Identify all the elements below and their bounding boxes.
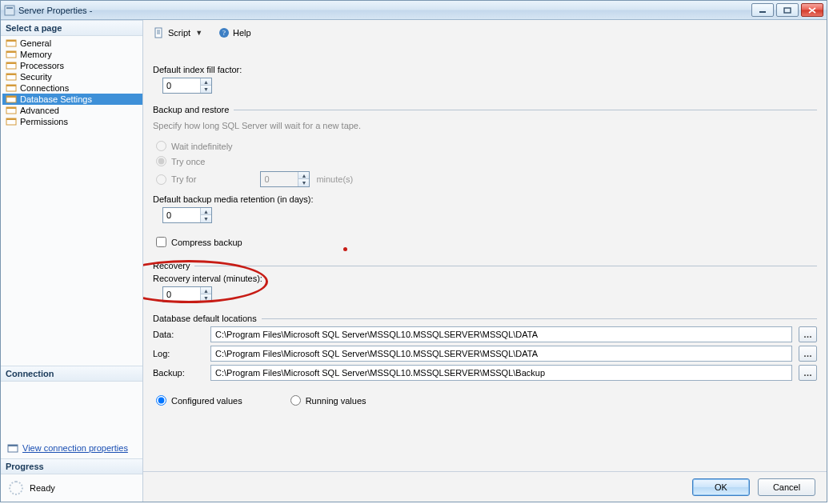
fill-factor-spinner[interactable]: ▲▼ xyxy=(162,78,212,94)
data-browse-button[interactable]: … xyxy=(799,326,817,342)
spinner-down-icon[interactable]: ▼ xyxy=(201,215,211,222)
svg-rect-11 xyxy=(6,74,16,75)
log-path-row: Log: … xyxy=(153,346,817,362)
server-properties-window: Server Properties - Select a page Genera… xyxy=(0,0,827,502)
configured-values-row[interactable]: Configured values xyxy=(156,395,242,406)
svg-rect-21 xyxy=(8,445,18,446)
script-icon xyxy=(154,27,165,38)
page-item-advanced[interactable]: Advanced xyxy=(2,105,142,116)
page-icon xyxy=(6,83,17,93)
properties-icon xyxy=(7,442,18,454)
retention-input[interactable] xyxy=(163,208,200,222)
svg-rect-0 xyxy=(5,6,14,15)
toolbar: Script ▼ ? Help xyxy=(143,20,827,46)
running-values-radio[interactable] xyxy=(290,395,301,406)
spinner-down-icon[interactable]: ▼ xyxy=(201,294,211,302)
page-label: Permissions xyxy=(20,117,68,126)
spinner-down-icon: ▼ xyxy=(298,179,309,186)
content-area: Default index fill factor: ▲▼ Backup and… xyxy=(143,46,827,471)
page-item-permissions[interactable]: Permissions xyxy=(2,116,142,127)
script-button[interactable]: Script ▼ xyxy=(148,25,210,41)
svg-rect-13 xyxy=(6,85,16,86)
configured-values-radio[interactable] xyxy=(156,395,166,406)
log-browse-button[interactable]: … xyxy=(799,346,817,362)
compress-backup-row[interactable]: Compress backup xyxy=(153,234,817,250)
spinner-up-icon[interactable]: ▲ xyxy=(201,287,211,294)
progress-row: Ready xyxy=(1,474,142,502)
script-label: Script xyxy=(168,28,190,38)
try-once-radio xyxy=(156,156,166,166)
page-item-connections[interactable]: Connections xyxy=(2,82,142,94)
retention-spinner[interactable]: ▲▼ xyxy=(162,207,212,223)
minimize-button[interactable] xyxy=(751,3,774,17)
svg-rect-19 xyxy=(6,118,16,120)
recovery-interval-spinner[interactable]: ▲▼ xyxy=(162,286,212,302)
data-path-input[interactable] xyxy=(210,326,792,342)
recovery-head: Recovery xyxy=(153,261,817,270)
try-once-label: Try once xyxy=(171,157,205,166)
svg-text:?: ? xyxy=(222,29,226,37)
wait-indefinitely-row: Wait indefinitely xyxy=(153,138,817,154)
svg-rect-7 xyxy=(6,51,16,53)
cancel-button[interactable]: Cancel xyxy=(758,478,815,496)
data-path-row: Data: … xyxy=(153,326,817,342)
configured-values-label: Configured values xyxy=(171,396,242,406)
spinner-down-icon[interactable]: ▼ xyxy=(201,86,211,93)
page-icon xyxy=(6,117,17,126)
window-title: Server Properties - xyxy=(18,6,751,15)
recovery-interval-input[interactable] xyxy=(163,287,200,302)
log-label: Log: xyxy=(153,349,204,358)
retention-label: Default backup media retention (in days)… xyxy=(153,194,817,204)
try-for-label: Try for xyxy=(171,174,196,184)
view-connection-properties-row: View connection properties xyxy=(1,438,142,458)
recovery-interval-label: Recovery interval (minutes): xyxy=(153,274,817,283)
wait-indefinitely-radio xyxy=(156,141,166,151)
page-label: Security xyxy=(20,72,52,82)
minutes-unit: minute(s) xyxy=(316,174,353,184)
backup-restore-head: Backup and restore xyxy=(153,105,817,114)
ok-button[interactable]: OK xyxy=(692,478,750,496)
svg-rect-15 xyxy=(6,96,16,98)
spinner-up-icon[interactable]: ▲ xyxy=(201,208,211,215)
progress-spinner-icon xyxy=(9,481,23,495)
try-for-radio xyxy=(156,174,166,185)
page-label: Database Settings xyxy=(20,94,92,104)
backup-path-input[interactable] xyxy=(210,365,792,381)
page-label: Connections xyxy=(20,83,69,93)
connection-head: Connection xyxy=(1,366,142,382)
left-panel: Select a page General Memory Processors … xyxy=(1,20,143,502)
spinner-up-icon: ▲ xyxy=(298,172,309,179)
help-label: Help xyxy=(233,28,251,38)
page-item-memory[interactable]: Memory xyxy=(2,49,142,60)
try-for-row: Try for ▲▼ minute(s) xyxy=(153,169,817,190)
page-item-database-settings[interactable]: Database Settings xyxy=(2,94,142,105)
right-panel: Script ▼ ? Help Default index fill facto… xyxy=(143,20,827,502)
running-values-row[interactable]: Running values xyxy=(290,395,366,406)
page-label: Processors xyxy=(20,61,64,70)
fill-factor-input[interactable] xyxy=(163,78,200,93)
page-label: Memory xyxy=(20,50,52,59)
page-icon xyxy=(6,106,17,115)
compress-backup-label: Compress backup xyxy=(171,238,242,247)
compress-backup-checkbox[interactable] xyxy=(156,237,166,247)
page-item-security[interactable]: Security xyxy=(2,71,142,82)
progress-status: Ready xyxy=(30,483,55,493)
svg-rect-22 xyxy=(155,28,162,38)
svg-rect-5 xyxy=(6,40,16,42)
backup-browse-button[interactable]: … xyxy=(799,365,817,381)
progress-head: Progress xyxy=(1,458,142,474)
log-path-input[interactable] xyxy=(210,346,792,362)
page-item-general[interactable]: General xyxy=(2,38,142,49)
close-button[interactable] xyxy=(801,3,823,17)
help-button[interactable]: ? Help xyxy=(213,25,257,41)
db-locations-head: Database default locations xyxy=(153,314,817,323)
maximize-button[interactable] xyxy=(776,3,799,17)
wait-indefinitely-label: Wait indefinitely xyxy=(171,142,233,151)
backup-label: Backup: xyxy=(153,368,204,378)
page-item-processors[interactable]: Processors xyxy=(2,60,142,71)
page-label: Advanced xyxy=(20,106,59,115)
page-list: General Memory Processors Security Conne… xyxy=(1,36,142,129)
view-connection-properties-link[interactable]: View connection properties xyxy=(22,443,128,453)
app-icon xyxy=(4,5,15,16)
spinner-up-icon[interactable]: ▲ xyxy=(201,78,211,86)
